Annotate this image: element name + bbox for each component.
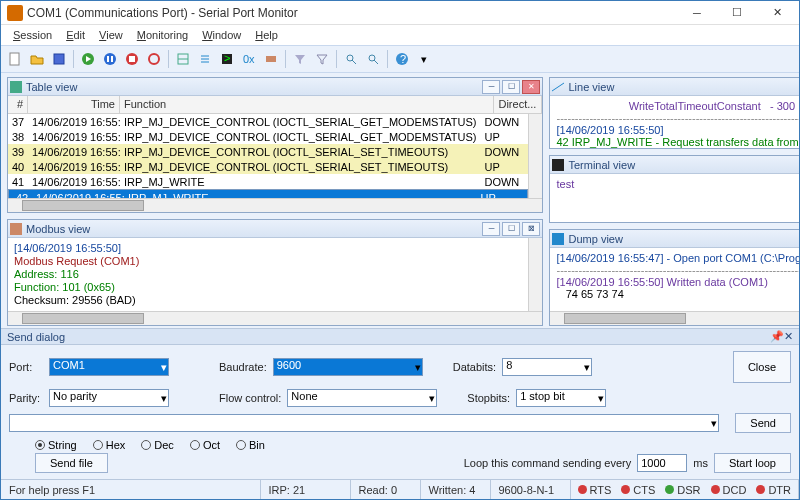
menu-window[interactable]: Window	[196, 27, 247, 43]
table-row[interactable]: 4014/06/2019 16:55:47IRP_MJ_DEVICE_CONTR…	[8, 159, 528, 174]
svg-text:0x: 0x	[243, 53, 255, 65]
terminal-view-pane: Terminal view ─ ☐ ⊠ test	[549, 155, 800, 223]
menu-session[interactable]: Session	[7, 27, 58, 43]
workspace: Table view ─ ☐ ✕ # Time Function Direct.…	[1, 73, 799, 328]
start-loop-button[interactable]: Start loop	[714, 453, 791, 473]
terminal-content[interactable]: test	[556, 178, 574, 190]
loop-interval-input[interactable]	[637, 454, 687, 472]
hscrollbar[interactable]	[8, 311, 542, 325]
line-content[interactable]: WriteTotalTimeoutConstant - 300 --------…	[550, 96, 800, 148]
parity-select[interactable]: No parity	[49, 389, 169, 407]
databits-label: Databits:	[453, 361, 496, 373]
find2-icon[interactable]	[363, 49, 383, 69]
dump-view-pane: Dump view ─ ☐ ⊠ [14/06/2019 16:55:47] - …	[549, 229, 800, 326]
record-icon[interactable]	[144, 49, 164, 69]
table-icon	[10, 81, 22, 93]
vscrollbar[interactable]	[528, 238, 542, 311]
pane-title: Modbus view	[26, 223, 480, 235]
grid-icon[interactable]	[173, 49, 193, 69]
minimize-button[interactable]: ─	[677, 1, 717, 25]
svg-rect-25	[10, 223, 22, 235]
flow-select[interactable]: None	[287, 389, 437, 407]
svg-text:>: >	[224, 52, 230, 64]
table-body[interactable]: 3714/06/2019 16:55:47IRP_MJ_DEVICE_CONTR…	[8, 114, 528, 198]
signal-dtr: DTR	[751, 484, 796, 496]
send-title: Send dialog	[7, 331, 65, 343]
svg-rect-27	[552, 159, 564, 171]
table-row[interactable]: 3714/06/2019 16:55:47IRP_MJ_DEVICE_CONTR…	[8, 114, 528, 129]
close-button[interactable]: Close	[733, 351, 791, 383]
table-row[interactable]: 3914/06/2019 16:55:47IRP_MJ_DEVICE_CONTR…	[8, 144, 528, 159]
vscrollbar[interactable]	[528, 114, 542, 198]
term-icon[interactable]: >	[217, 49, 237, 69]
menu-view[interactable]: View	[93, 27, 129, 43]
open-icon[interactable]	[27, 49, 47, 69]
send-file-button[interactable]: Send file	[35, 453, 108, 473]
send-close-icon[interactable]: ✕	[784, 330, 793, 343]
svg-line-26	[552, 83, 564, 91]
play-icon[interactable]	[78, 49, 98, 69]
table-row[interactable]: 4114/06/2019 16:55:50IRP_MJ_WRITEDOWN	[8, 174, 528, 189]
radio-dec[interactable]: Dec	[141, 439, 174, 451]
svg-text:?: ?	[400, 53, 406, 65]
send-input[interactable]	[9, 414, 719, 432]
svg-rect-5	[111, 56, 113, 62]
statusbar: For help press F1 IRP: 21 Read: 0 Writte…	[1, 479, 799, 499]
baud-select[interactable]: 9600	[273, 358, 423, 376]
send-dialog: Send dialog📌 ✕ Port: COM1▾ Baudrate: 960…	[1, 328, 799, 479]
loop-label: Loop this command sending every	[464, 457, 632, 469]
dump-content[interactable]: [14/06/2019 16:55:47] - Open port COM1 (…	[550, 248, 800, 311]
pane-min-button[interactable]: ─	[482, 80, 500, 94]
baud-label: Baudrate:	[219, 361, 267, 373]
port-select[interactable]: COM1	[49, 358, 169, 376]
hscrollbar[interactable]	[8, 198, 542, 212]
hscrollbar[interactable]	[550, 311, 800, 325]
pane-max-button[interactable]: ☐	[502, 222, 520, 236]
modbus-content[interactable]: [14/06/2019 16:55:50] Modbus Request (CO…	[8, 238, 528, 311]
radio-bin[interactable]: Bin	[236, 439, 265, 451]
radio-hex[interactable]: Hex	[93, 439, 126, 451]
svg-line-21	[374, 60, 378, 64]
find-icon[interactable]	[341, 49, 361, 69]
save-icon[interactable]	[49, 49, 69, 69]
filter-icon[interactable]	[290, 49, 310, 69]
pin-icon[interactable]: 📌	[770, 330, 784, 343]
filter2-icon[interactable]	[312, 49, 332, 69]
send-button[interactable]: Send	[735, 413, 791, 433]
svg-rect-0	[10, 53, 19, 65]
pane-max-button[interactable]: ☐	[502, 80, 520, 94]
stop-select[interactable]: 1 stop bit	[516, 389, 606, 407]
new-icon[interactable]	[5, 49, 25, 69]
parity-label: Parity:	[9, 392, 43, 404]
signal-dsr: DSR	[660, 484, 705, 496]
menu-edit[interactable]: Edit	[60, 27, 91, 43]
pause-icon[interactable]	[100, 49, 120, 69]
maximize-button[interactable]: ☐	[717, 1, 757, 25]
hex-icon[interactable]: 0x	[239, 49, 259, 69]
databits-select[interactable]: 8	[502, 358, 592, 376]
radio-oct[interactable]: Oct	[190, 439, 220, 451]
svg-point-8	[149, 54, 159, 64]
menu-monitoring[interactable]: Monitoring	[131, 27, 194, 43]
table-row[interactable]: 3814/06/2019 16:55:47IRP_MJ_DEVICE_CONTR…	[8, 129, 528, 144]
help-icon[interactable]: ?	[392, 49, 412, 69]
table-header: # Time Function Direct...	[8, 96, 542, 114]
pane-title: Table view	[26, 81, 480, 93]
window-title: COM1 (Communications Port) - Serial Port…	[27, 6, 677, 20]
stop-icon[interactable]	[122, 49, 142, 69]
dropdown-icon[interactable]: ▾	[414, 49, 434, 69]
signal-rts: RTS	[573, 484, 617, 496]
pane-min-button[interactable]: ─	[482, 222, 500, 236]
line-icon	[552, 81, 564, 93]
status-signals: RTSCTSDSRDCDDTR	[571, 480, 800, 499]
titlebar: COM1 (Communications Port) - Serial Port…	[1, 1, 799, 25]
radio-string[interactable]: String	[35, 439, 77, 451]
list-icon[interactable]	[195, 49, 215, 69]
menu-help[interactable]: Help	[249, 27, 284, 43]
pane-close-button[interactable]: ⊠	[522, 222, 540, 236]
table-row[interactable]: 4214/06/2019 16:55:50IRP_MJ_WRITEUP	[8, 189, 528, 198]
close-button[interactable]: ✕	[757, 1, 797, 25]
pane-close-button[interactable]: ✕	[522, 80, 540, 94]
mb-icon[interactable]	[261, 49, 281, 69]
svg-rect-1	[54, 54, 64, 64]
